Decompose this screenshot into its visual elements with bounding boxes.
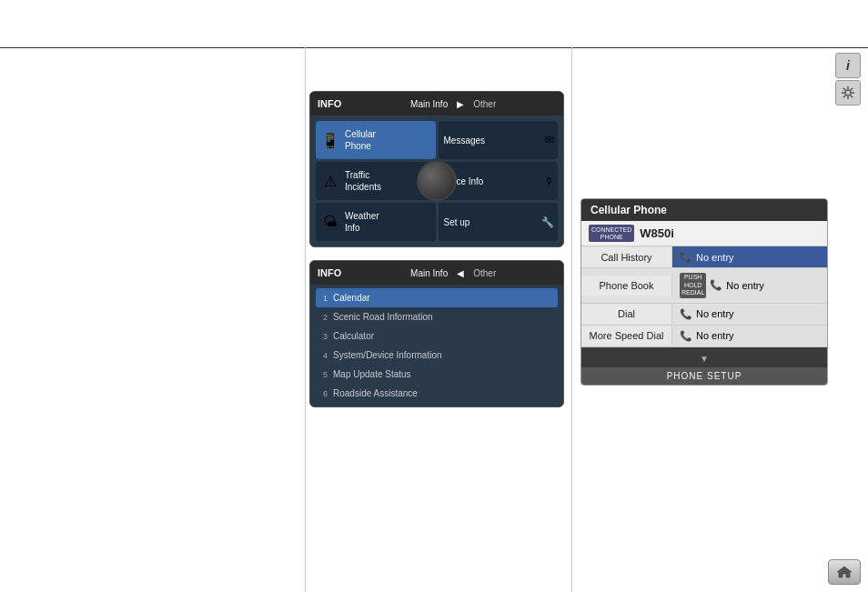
cellular-menu: Call History 📞 No entry Phone Book PUSHH… xyxy=(581,246,827,366)
dial-no-entry: No entry xyxy=(696,308,734,319)
info-screen-other: INFO Main Info ◀ Other 1 Calendar 2 Scen… xyxy=(309,260,564,407)
info-label-main: INFO xyxy=(318,98,341,109)
info-header-other: INFO Main Info ◀ Other xyxy=(310,261,563,285)
dial-phone-icon: 📞 xyxy=(680,308,692,320)
home-button[interactable] xyxy=(828,559,861,585)
other-menu-content: 1 Calendar 2 Scenic Road Information 3 C… xyxy=(310,285,563,406)
cellular-row-dial[interactable]: Dial 📞 No entry xyxy=(581,304,827,326)
left-divider xyxy=(305,47,306,592)
call-history-phone-icon: 📞 xyxy=(680,251,692,263)
top-border xyxy=(0,47,868,48)
phonebook-value: PUSHHOLDREDIAL 📞 No entry xyxy=(672,268,827,302)
item-num-1: 1 xyxy=(323,294,328,303)
call-history-no-entry: No entry xyxy=(696,252,734,263)
tab-main-info[interactable]: Main Info xyxy=(405,97,453,111)
cellular-phone-icon: 📱 xyxy=(321,132,339,149)
roadside-label: Roadside Assistance xyxy=(333,388,418,398)
phone-badge-row: CONNECTEDPHONE W850i xyxy=(581,221,827,246)
phonebook-label: Phone Book xyxy=(581,276,672,296)
push-hold-redial-badge: PUSHHOLDREDIAL xyxy=(680,273,706,297)
right-sidebar-icons: i xyxy=(835,53,861,105)
traffic-icon: ⚠ xyxy=(321,173,339,190)
other-item-roadside[interactable]: 6 Roadside Assistance xyxy=(316,384,558,403)
weather-label: WeatherInfo xyxy=(345,210,379,234)
info-header-main: INFO Main Info ▶ Other xyxy=(310,92,563,115)
calculator-label: Calculator xyxy=(333,331,374,341)
cellular-panel-header: Cellular Phone xyxy=(581,199,827,221)
info-tabs-other: Main Info ◀ Other xyxy=(350,266,556,280)
cellular-phone-panel: Cellular Phone CONNECTEDPHONE W850i Call… xyxy=(580,198,828,386)
messages-icon: ✉ xyxy=(545,134,554,146)
other-item-calculator[interactable]: 3 Calculator xyxy=(316,326,558,346)
speed-dial-value: 📞 No entry xyxy=(672,326,827,346)
scroll-down-row: ▼ xyxy=(581,347,827,367)
item-num-4: 4 xyxy=(323,351,328,360)
menu-item-cellular-phone[interactable]: 📱 CellularPhone xyxy=(316,121,436,159)
cellular-row-call-history[interactable]: Call History 📞 No entry xyxy=(581,246,827,268)
traffic-label: TrafficIncidents xyxy=(345,169,381,193)
item-num-6: 6 xyxy=(323,389,328,398)
phonebook-phone-icon: 📞 xyxy=(710,279,722,291)
other-item-scenic[interactable]: 2 Scenic Road Information xyxy=(316,307,558,326)
item-num-3: 3 xyxy=(323,332,328,341)
cellular-header-title: Cellular Phone xyxy=(590,204,667,216)
setup-icon: 🔧 xyxy=(541,216,554,228)
cellular-row-speed-dial[interactable]: More Speed Dial 📞 No entry xyxy=(581,326,827,347)
scroll-down-arrow: ▼ xyxy=(700,354,709,364)
menu-item-messages[interactable]: Messages ✉ xyxy=(439,121,559,159)
call-history-value: 📞 No entry xyxy=(672,246,827,267)
weather-icon: 🌤 xyxy=(321,214,339,230)
menu-item-setup[interactable]: Set up 🔧 xyxy=(439,203,559,241)
scenic-label: Scenic Road Information xyxy=(333,312,433,322)
tab-arrow-left: ◀ xyxy=(457,268,464,278)
item-num-5: 5 xyxy=(323,370,328,379)
messages-label: Messages xyxy=(444,135,486,146)
phone-model: W850i xyxy=(640,226,674,240)
setup-label: Set up xyxy=(444,216,470,228)
other-item-calendar[interactable]: 1 Calendar xyxy=(316,288,558,307)
dial-value: 📞 No entry xyxy=(672,304,827,325)
map-label: Map Update Status xyxy=(333,369,411,379)
svg-line-6 xyxy=(851,95,853,97)
speed-dial-label: More Speed Dial xyxy=(581,326,672,346)
cellular-phone-label: CellularPhone xyxy=(345,128,376,152)
tab-other-other-screen[interactable]: Other xyxy=(468,266,501,280)
tab-other-main[interactable]: Other xyxy=(468,97,501,111)
phonebook-no-entry: No entry xyxy=(726,280,764,291)
screens-area: INFO Main Info ▶ Other 📱 CellularPhone M… xyxy=(309,91,573,407)
voice-info-icon: 🎙 xyxy=(544,176,554,186)
connected-badge: CONNECTEDPHONE xyxy=(589,225,634,242)
menu-item-weather[interactable]: 🌤 WeatherInfo xyxy=(316,203,436,241)
system-label: System/Device Information xyxy=(333,350,442,360)
svg-line-7 xyxy=(851,88,853,90)
info-label-other: INFO xyxy=(318,267,341,278)
info-screen-main: INFO Main Info ▶ Other 📱 CellularPhone M… xyxy=(309,91,564,247)
tab-main-other-screen[interactable]: Main Info xyxy=(405,266,453,280)
svg-line-5 xyxy=(843,88,845,90)
phone-setup-label: PHONE SETUP xyxy=(667,371,742,381)
other-item-system[interactable]: 4 System/Device Information xyxy=(316,346,558,365)
speed-dial-phone-icon: 📞 xyxy=(680,330,692,342)
wrench-settings-icon[interactable] xyxy=(835,80,861,105)
center-knob xyxy=(417,161,457,201)
tab-arrow-right: ▶ xyxy=(457,99,464,109)
svg-point-0 xyxy=(845,90,851,95)
info-tabs-main: Main Info ▶ Other xyxy=(350,97,556,111)
item-num-2: 2 xyxy=(323,313,328,322)
other-item-map[interactable]: 5 Map Update Status xyxy=(316,365,558,384)
speed-dial-no-entry: No entry xyxy=(696,330,734,341)
dial-label: Dial xyxy=(581,304,672,324)
calendar-label: Calendar xyxy=(333,293,370,303)
call-history-label: Call History xyxy=(581,247,672,267)
cellular-row-phonebook[interactable]: Phone Book PUSHHOLDREDIAL 📞 No entry xyxy=(581,268,827,303)
phone-setup-bar[interactable]: PHONE SETUP xyxy=(581,367,827,385)
svg-line-8 xyxy=(843,95,845,97)
info-icon[interactable]: i xyxy=(835,53,861,78)
